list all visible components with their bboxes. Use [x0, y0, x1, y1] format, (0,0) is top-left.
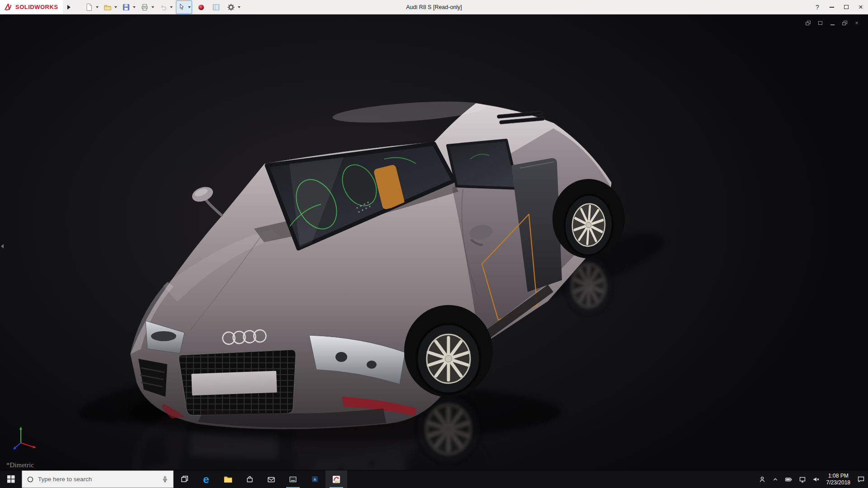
save-icon: [122, 3, 130, 11]
titlebar: SOLIDWORKS: [0, 0, 868, 14]
viewer-app-icon: [311, 475, 319, 483]
viewer-app[interactable]: [304, 470, 326, 488]
start-button[interactable]: [0, 470, 22, 488]
doc-minimize-icon[interactable]: [829, 20, 835, 26]
battery-icon[interactable]: [782, 470, 796, 488]
tray-clock[interactable]: 1:08 PM 7/23/2018: [823, 473, 854, 486]
undo-button[interactable]: [157, 1, 169, 13]
close-button[interactable]: ×: [854, 0, 868, 14]
solidworks-app-icon: 2017: [332, 475, 340, 483]
view-orientation-label: *Dimetric: [6, 461, 34, 469]
doc-window-icon[interactable]: [817, 20, 823, 26]
search-box[interactable]: Type here to search: [22, 470, 174, 488]
solidworks-logo-icon: [4, 3, 13, 12]
open-button[interactable]: [102, 1, 113, 13]
cortana-icon: [27, 476, 34, 483]
new-document-caret[interactable]: [96, 6, 99, 8]
open-caret[interactable]: [114, 6, 117, 8]
maximize-button[interactable]: [839, 0, 854, 14]
print-button[interactable]: [139, 1, 151, 13]
volume-muted-icon[interactable]: [809, 470, 823, 488]
edge-icon: e: [203, 474, 209, 485]
window-controls: ? ×: [810, 0, 868, 14]
appearance-sphere-icon: [197, 3, 205, 11]
new-document-icon: [85, 3, 93, 11]
options-button[interactable]: [225, 1, 237, 13]
print-caret[interactable]: [151, 6, 154, 8]
windows-logo-icon: [7, 475, 15, 483]
menu-flyout-arrow-icon[interactable]: [67, 5, 71, 9]
select-caret[interactable]: [188, 6, 191, 8]
save-button[interactable]: [120, 1, 132, 13]
taskbar: Type here to search e: [0, 470, 868, 488]
solidworks-window: SOLIDWORKS: [0, 0, 868, 488]
document-window-controls: ×: [805, 20, 860, 26]
options-caret[interactable]: [238, 6, 241, 8]
appearance-button[interactable]: [195, 1, 207, 13]
select-button[interactable]: [177, 2, 187, 12]
table-icon: [212, 3, 220, 11]
help-button[interactable]: ?: [810, 0, 825, 14]
folder-icon: [224, 475, 232, 483]
select-cursor-icon: [178, 3, 186, 11]
system-tray: 1:08 PM 7/23/2018: [755, 470, 868, 488]
tray-chevron-up-icon[interactable]: [769, 470, 782, 488]
search-input[interactable]: Type here to search: [38, 476, 157, 483]
edge-app[interactable]: e: [195, 470, 217, 488]
window-title: Audi R8 S [Read-only]: [406, 4, 462, 10]
people-icon[interactable]: [755, 470, 769, 488]
viewport-3d[interactable]: × *Dimetric: [0, 14, 868, 470]
orientation-triad: [11, 425, 40, 450]
table-button[interactable]: [210, 1, 222, 13]
undo-caret[interactable]: [170, 6, 173, 8]
solidworks-version-badge: 2017: [335, 480, 340, 483]
mail-app[interactable]: [260, 470, 282, 488]
network-icon[interactable]: [796, 470, 809, 488]
minimize-button[interactable]: [825, 0, 839, 14]
doc-close-icon[interactable]: ×: [854, 20, 860, 26]
new-document-button[interactable]: [83, 1, 95, 13]
microphone-icon[interactable]: [161, 476, 169, 483]
quick-toolbar: [83, 0, 244, 14]
solidworks-app[interactable]: 2017: [326, 470, 347, 488]
store-app[interactable]: [239, 470, 260, 488]
panel-collapse-arrow[interactable]: [0, 240, 5, 252]
undo-icon: [159, 3, 167, 11]
solidworks-logo[interactable]: SOLIDWORKS: [0, 0, 63, 14]
gear-icon: [227, 3, 235, 11]
car-model-render: [0, 14, 868, 470]
task-view-icon: [181, 475, 189, 483]
print-icon: [141, 3, 149, 11]
window-app[interactable]: [282, 470, 304, 488]
doc-cascade-icon[interactable]: [805, 20, 811, 26]
open-folder-icon: [104, 3, 112, 11]
clock-date: 7/23/2018: [826, 479, 850, 486]
app-window-icon: [289, 476, 297, 483]
file-explorer-app[interactable]: [217, 470, 239, 488]
clock-time: 1:08 PM: [828, 473, 849, 479]
store-bag-icon: [246, 475, 254, 483]
doc-restore-icon[interactable]: [841, 20, 848, 26]
mail-icon: [267, 476, 275, 483]
action-center-button[interactable]: [854, 470, 868, 488]
select-tool-group: [176, 0, 192, 14]
solidworks-brand-text: SOLIDWORKS: [15, 4, 58, 10]
task-view-button[interactable]: [174, 470, 195, 488]
save-caret[interactable]: [133, 6, 136, 8]
